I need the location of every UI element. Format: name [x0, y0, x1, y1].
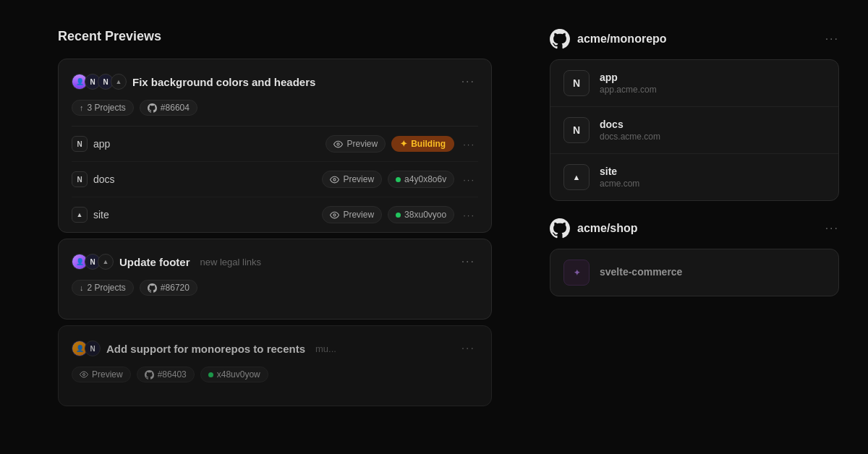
deploy-docs-name: docs	[93, 174, 115, 185]
card-3-tag-github: #86403	[137, 367, 195, 382]
card-2-tag-projects: ↓ 2 Projects	[72, 280, 134, 296]
docs-hash-label: a4y0x8o6v	[404, 174, 446, 184]
building-status: ✦ Building	[391, 136, 454, 152]
repo-item-site[interactable]: ▲ site acme.com	[550, 154, 838, 200]
github-icon-3	[145, 370, 154, 380]
spin-icon: ✦	[400, 139, 407, 149]
repo-item-svelte-icon: ✦	[563, 260, 590, 286]
card-1-header: 👤 N N ▲ Fix background colors and header…	[72, 72, 478, 91]
eye-icon-tag	[80, 370, 88, 379]
site-deploy-more-button[interactable]: ···	[460, 207, 478, 223]
repo-item-docs-name: docs	[600, 119, 825, 130]
card-3-tags: Preview #86403 x48uv0yow	[72, 367, 478, 382]
repo-acme-shop: acme/shop ··· ✦ svelte-commerce	[550, 218, 839, 296]
repo-item-site-icon: ▲	[563, 164, 590, 190]
repo-item-app-icon: N	[563, 70, 590, 96]
repo-item-svelte-name: svelte-commerce	[600, 266, 825, 278]
avatar-group-3: 👤 N	[72, 340, 101, 356]
deploy-app-icon: N	[72, 136, 88, 152]
eye-icon	[330, 210, 339, 220]
acme-shop-items: ✦ svelte-commerce	[550, 249, 839, 296]
deploy-app-right: Preview ✦ Building ···	[326, 135, 478, 153]
acme-shop-title: acme/shop	[577, 222, 818, 235]
docs-hash-status: a4y0x8o6v	[388, 171, 454, 188]
arrow-up-icon: ↑	[80, 103, 84, 112]
repo-item-app[interactable]: N app app.acme.com	[550, 60, 838, 107]
deployment-docs: N docs Preview a4y0x8o6v ···	[72, 162, 478, 197]
docs-green-dot	[396, 177, 401, 182]
preview-card-3: 👤 N Add support for monorepos to recents…	[58, 325, 492, 406]
card-1-tag-github: #86604	[140, 100, 197, 116]
card-2-github-label: #86720	[161, 283, 190, 293]
preview-card-2: 👤 N ▲ Update footer new legal links ··· …	[58, 239, 492, 320]
avatar-a1: ▲	[111, 74, 127, 90]
card-3-header: 👤 N Add support for monorepos to recents…	[72, 339, 478, 358]
avatar-group: 👤 N N ▲	[72, 74, 127, 90]
repo-item-site-name: site	[600, 166, 825, 177]
repo-item-docs[interactable]: N docs docs.acme.com	[550, 107, 838, 154]
repo-item-svelte-info: svelte-commerce	[600, 266, 825, 279]
site-preview-label: Preview	[343, 210, 374, 220]
card-3-more-button[interactable]: ···	[459, 339, 478, 358]
site-hash-label: 38xu0vyoo	[404, 210, 446, 220]
svg-point-2	[333, 213, 336, 215]
docs-preview-label: Preview	[343, 174, 374, 184]
deploy-site-icon: ▲	[72, 207, 88, 223]
deploy-site-name: site	[93, 209, 109, 220]
card-3-github-label: #86403	[158, 369, 187, 380]
app-preview-label: Preview	[346, 139, 378, 149]
eye-icon	[330, 175, 339, 184]
deploy-site-left: ▲ site	[72, 207, 109, 223]
app-deploy-more-button[interactable]: ···	[460, 136, 478, 153]
app-preview-button[interactable]: Preview	[326, 135, 386, 153]
repo-item-app-url: app.acme.com	[600, 85, 825, 95]
acme-shop-header: acme/shop ···	[550, 218, 839, 239]
card-1-more-button[interactable]: ···	[459, 72, 478, 91]
github-icon-2	[148, 283, 157, 293]
card-3-tag-preview: Preview	[72, 367, 131, 382]
repo-item-site-url: acme.com	[600, 179, 825, 189]
repo-item-docs-url: docs.acme.com	[600, 132, 825, 142]
deploy-docs-icon: N	[72, 171, 88, 187]
arrow-down-icon: ↓	[80, 283, 84, 292]
card-1-deployments: N app Preview ✦ Building ···	[72, 126, 478, 232]
acme-shop-more-button[interactable]: ···	[825, 222, 839, 235]
site-preview-button[interactable]: Preview	[322, 206, 382, 223]
docs-preview-button[interactable]: Preview	[322, 171, 382, 188]
deploy-docs-right: Preview a4y0x8o6v ···	[322, 171, 478, 188]
left-panel: Recent Previews 👤 N N ▲ Fix background c…	[0, 0, 521, 454]
card-2-more-button[interactable]: ···	[459, 252, 478, 271]
avatar-n4: N	[85, 340, 101, 356]
acme-monorepo-header: acme/monorepo ···	[550, 29, 839, 49]
card-3-hash-label: x48uv0yow	[217, 369, 260, 380]
section-title: Recent Previews	[58, 29, 492, 44]
repo-item-docs-info: docs docs.acme.com	[600, 119, 825, 142]
card-2-title: Update footer	[119, 256, 190, 268]
deploy-app-name: app	[93, 138, 110, 150]
card-2-tag-github: #86720	[140, 280, 197, 296]
github-repo-icon	[550, 29, 570, 49]
deploy-docs-left: N docs	[72, 171, 115, 187]
card-3-dot	[208, 372, 213, 377]
card-3-header-left: 👤 N Add support for monorepos to recents…	[72, 340, 336, 356]
repo-item-svelte-commerce[interactable]: ✦ svelte-commerce	[550, 249, 838, 296]
card-2-subtitle: new legal links	[200, 257, 262, 267]
acme-monorepo-items: N app app.acme.com N docs docs.acme.com …	[550, 59, 839, 201]
right-panel: acme/monorepo ··· N app app.acme.com N d…	[521, 0, 868, 454]
card-3-title: Add support for monorepos to recents	[106, 343, 305, 355]
building-label: Building	[411, 139, 446, 149]
card-1-title: Fix background colors and headers	[132, 76, 315, 88]
card-3-tag-hash: x48uv0yow	[200, 367, 268, 382]
card-2-header-left: 👤 N ▲ Update footer new legal links	[72, 254, 261, 270]
github-icon	[148, 103, 157, 113]
card-3-preview-label: Preview	[92, 369, 123, 380]
acme-monorepo-more-button[interactable]: ···	[825, 33, 839, 46]
repo-item-app-name: app	[600, 72, 825, 83]
site-hash-status: 38xu0vyoo	[388, 206, 454, 223]
card-1-header-left: 👤 N N ▲ Fix background colors and header…	[72, 74, 315, 90]
card-1-github-label: #86604	[161, 103, 190, 113]
docs-deploy-more-button[interactable]: ···	[460, 171, 478, 188]
avatar-group-2: 👤 N ▲	[72, 254, 114, 270]
card-3-subtitle: mu...	[315, 343, 336, 354]
eye-icon	[333, 140, 343, 149]
